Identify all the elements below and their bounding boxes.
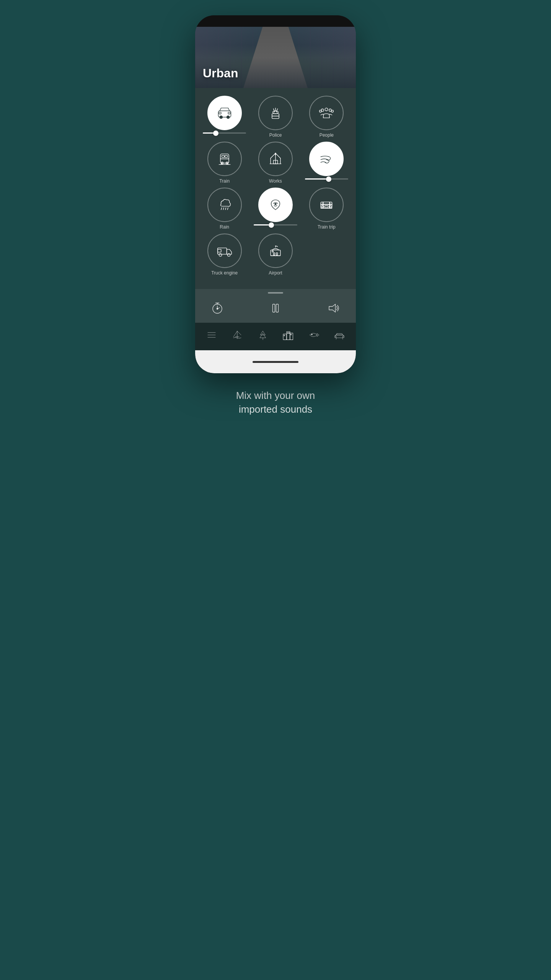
nature-slider-container	[252, 224, 299, 225]
sound-button-car[interactable]	[207, 96, 242, 130]
airport-label: Airport	[269, 270, 282, 276]
nature-slider-track	[254, 224, 297, 225]
svg-point-37	[275, 203, 276, 205]
phone-frame: Urban	[195, 15, 356, 373]
nav-item-underwater[interactable]	[306, 327, 321, 343]
svg-rect-51	[273, 253, 275, 255]
sound-item-nature	[252, 188, 299, 230]
svg-line-90	[342, 338, 342, 340]
police-label: Police	[269, 132, 282, 138]
svg-rect-75	[284, 334, 287, 340]
sound-button-wind[interactable]	[309, 142, 344, 176]
sound-button-train[interactable]	[207, 142, 242, 176]
airport-icon	[267, 242, 284, 259]
drag-line-wrapper	[195, 289, 356, 294]
sound-button-people[interactable]	[309, 96, 344, 130]
works-label: Works	[269, 178, 282, 184]
sound-item-works: Works	[252, 142, 299, 184]
sound-item-airport: Airport	[252, 234, 299, 276]
road-graphic	[243, 27, 308, 88]
svg-point-11	[325, 108, 328, 111]
svg-point-1	[220, 116, 222, 118]
svg-rect-17	[222, 155, 224, 158]
rain-label: Rain	[220, 224, 229, 230]
svg-rect-82	[291, 334, 292, 335]
fish-icon	[308, 329, 320, 341]
svg-rect-44	[325, 206, 328, 208]
wind-slider-thumb[interactable]	[326, 176, 331, 182]
nav-item-beach[interactable]	[230, 327, 245, 343]
sound-button-rain[interactable]	[207, 188, 242, 222]
svg-point-14	[320, 110, 322, 113]
svg-point-62	[217, 308, 218, 309]
drag-indicator	[268, 292, 283, 294]
svg-rect-18	[225, 155, 227, 158]
wind-slider-fill	[305, 178, 329, 180]
tagline-text: Mix with your ownimported sounds	[213, 389, 338, 416]
svg-line-27	[271, 153, 276, 158]
svg-marker-65	[329, 304, 336, 312]
people-label: People	[320, 132, 334, 138]
volume-icon	[327, 301, 341, 315]
svg-marker-72	[260, 331, 265, 335]
train-icon	[216, 150, 233, 167]
sound-button-airport[interactable]	[258, 234, 293, 268]
content-panel: Police People	[195, 88, 356, 289]
volume-button[interactable]	[327, 301, 341, 315]
buildings-icon	[282, 329, 294, 341]
nature-icon	[267, 196, 284, 213]
sound-item-car	[201, 96, 248, 138]
sound-item-train: Train	[201, 142, 248, 184]
sound-button-police[interactable]	[258, 96, 293, 130]
train-label: Train	[219, 178, 230, 184]
svg-rect-85	[336, 335, 343, 338]
svg-line-70	[233, 331, 237, 337]
bottom-nav	[195, 323, 356, 350]
people-icon	[318, 105, 335, 121]
svg-marker-83	[317, 333, 319, 336]
svg-rect-3	[219, 112, 221, 114]
sound-item-police: Police	[252, 96, 299, 138]
pause-button[interactable]	[269, 301, 282, 315]
nav-item-menu[interactable]	[204, 327, 219, 343]
sound-button-works[interactable]	[258, 142, 293, 176]
svg-point-2	[227, 116, 229, 118]
svg-line-89	[336, 338, 336, 340]
trees-icon	[257, 329, 269, 341]
sound-item-train-trip: Train trip	[303, 188, 350, 230]
nav-item-nature[interactable]	[255, 327, 271, 343]
truck-icon	[216, 242, 233, 259]
sound-button-truck[interactable]	[207, 234, 242, 268]
nature-slider-thumb[interactable]	[269, 222, 274, 228]
car-slider-thumb[interactable]	[213, 131, 218, 136]
sound-grid-row1: Police People	[201, 96, 350, 230]
home-indicator	[253, 361, 298, 363]
train-trip-icon	[318, 196, 335, 213]
svg-rect-49	[217, 249, 221, 252]
svg-rect-39	[321, 204, 332, 205]
svg-rect-64	[276, 304, 279, 312]
svg-line-56	[276, 246, 278, 247]
page-title: Urban	[203, 66, 238, 80]
svg-line-33	[221, 207, 222, 210]
svg-line-69	[237, 331, 241, 335]
beach-icon	[231, 329, 243, 341]
svg-rect-79	[287, 333, 288, 334]
sound-button-nature[interactable]	[258, 188, 293, 222]
svg-rect-52	[276, 253, 278, 255]
phone-bottom-bezel	[195, 350, 356, 373]
svg-line-36	[227, 207, 228, 210]
timer-button[interactable]	[210, 301, 224, 315]
car-slider-track	[203, 132, 246, 134]
nav-item-urban[interactable]	[280, 327, 296, 343]
police-icon	[267, 105, 284, 121]
svg-point-54	[272, 251, 274, 252]
wind-slider-track	[305, 178, 348, 180]
sound-button-train-trip[interactable]	[309, 188, 344, 222]
svg-point-6	[273, 111, 279, 114]
svg-rect-4	[228, 112, 230, 114]
nav-item-home[interactable]	[332, 327, 347, 343]
svg-line-8	[273, 109, 274, 111]
train-trip-label: Train trip	[318, 224, 336, 230]
svg-line-9	[277, 109, 278, 111]
